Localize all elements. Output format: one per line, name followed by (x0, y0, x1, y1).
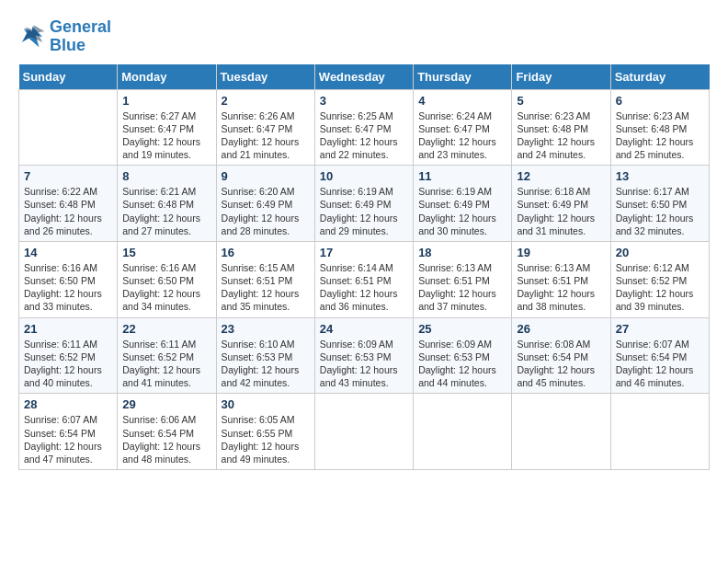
week-row-3: 14 Sunrise: 6:16 AM Sunset: 6:50 PM Dayl… (19, 241, 710, 317)
day-cell (512, 394, 610, 470)
day-number: 4 (418, 94, 506, 108)
day-info: Sunrise: 6:06 AM Sunset: 6:54 PM Dayligh… (122, 413, 210, 465)
day-cell: 8 Sunrise: 6:21 AM Sunset: 6:48 PM Dayli… (118, 166, 216, 242)
day-header-saturday: Saturday (610, 64, 709, 90)
day-number: 25 (418, 322, 506, 336)
day-number: 18 (418, 246, 506, 259)
day-info: Sunrise: 6:26 AM Sunset: 6:47 PM Dayligh… (222, 109, 310, 162)
day-number: 2 (222, 94, 310, 108)
day-cell: 23 Sunrise: 6:10 AM Sunset: 6:53 PM Dayl… (216, 317, 314, 394)
day-info: Sunrise: 6:11 AM Sunset: 6:52 PM Dayligh… (122, 338, 210, 390)
day-number: 24 (320, 322, 408, 336)
day-info: Sunrise: 6:13 AM Sunset: 6:51 PM Dayligh… (517, 261, 605, 314)
header-row: SundayMondayTuesdayWednesdayThursdayFrid… (19, 64, 710, 90)
day-info: Sunrise: 6:07 AM Sunset: 6:54 PM Dayligh… (616, 338, 704, 390)
day-cell: 30 Sunrise: 6:05 AM Sunset: 6:55 PM Dayl… (216, 394, 314, 470)
day-cell: 13 Sunrise: 6:17 AM Sunset: 6:50 PM Dayl… (610, 166, 709, 242)
day-number: 14 (24, 246, 112, 259)
day-number: 1 (122, 94, 210, 108)
day-cell: 16 Sunrise: 6:15 AM Sunset: 6:51 PM Dayl… (216, 241, 314, 317)
day-info: Sunrise: 6:20 AM Sunset: 6:49 PM Dayligh… (222, 185, 310, 237)
day-cell: 1 Sunrise: 6:27 AM Sunset: 6:47 PM Dayli… (118, 89, 216, 166)
day-info: Sunrise: 6:09 AM Sunset: 6:53 PM Dayligh… (418, 338, 506, 390)
day-cell: 21 Sunrise: 6:11 AM Sunset: 6:52 PM Dayl… (19, 317, 118, 394)
day-info: Sunrise: 6:10 AM Sunset: 6:53 PM Dayligh… (222, 338, 310, 390)
day-cell: 24 Sunrise: 6:09 AM Sunset: 6:53 PM Dayl… (314, 317, 413, 394)
day-number: 26 (517, 322, 605, 336)
day-number: 12 (517, 169, 605, 183)
day-header-tuesday: Tuesday (216, 64, 314, 90)
day-info: Sunrise: 6:22 AM Sunset: 6:48 PM Dayligh… (24, 185, 112, 237)
day-number: 13 (616, 169, 704, 183)
day-number: 21 (24, 322, 112, 336)
day-cell: 26 Sunrise: 6:08 AM Sunset: 6:54 PM Dayl… (512, 317, 610, 394)
day-number: 8 (122, 169, 210, 183)
day-info: Sunrise: 6:25 AM Sunset: 6:47 PM Dayligh… (320, 109, 408, 162)
day-cell (610, 394, 709, 470)
day-cell: 22 Sunrise: 6:11 AM Sunset: 6:52 PM Dayl… (118, 317, 216, 394)
day-info: Sunrise: 6:27 AM Sunset: 6:47 PM Dayligh… (122, 109, 210, 162)
day-cell (314, 394, 413, 470)
day-number: 27 (616, 322, 704, 336)
day-info: Sunrise: 6:16 AM Sunset: 6:50 PM Dayligh… (122, 261, 210, 314)
day-number: 30 (222, 397, 310, 411)
day-header-monday: Monday (118, 64, 216, 90)
day-cell: 20 Sunrise: 6:12 AM Sunset: 6:52 PM Dayl… (610, 241, 709, 317)
day-info: Sunrise: 6:16 AM Sunset: 6:50 PM Dayligh… (24, 261, 112, 314)
day-info: Sunrise: 6:11 AM Sunset: 6:52 PM Dayligh… (24, 338, 112, 390)
day-cell: 14 Sunrise: 6:16 AM Sunset: 6:50 PM Dayl… (19, 241, 118, 317)
day-info: Sunrise: 6:08 AM Sunset: 6:54 PM Dayligh… (517, 338, 605, 390)
day-number: 20 (616, 246, 704, 259)
day-info: Sunrise: 6:19 AM Sunset: 6:49 PM Dayligh… (320, 185, 408, 237)
day-cell: 29 Sunrise: 6:06 AM Sunset: 6:54 PM Dayl… (118, 394, 216, 470)
day-number: 29 (122, 397, 210, 411)
day-cell: 12 Sunrise: 6:18 AM Sunset: 6:49 PM Dayl… (512, 166, 610, 242)
day-info: Sunrise: 6:19 AM Sunset: 6:49 PM Dayligh… (418, 185, 506, 237)
day-cell: 27 Sunrise: 6:07 AM Sunset: 6:54 PM Dayl… (610, 317, 709, 394)
day-info: Sunrise: 6:13 AM Sunset: 6:51 PM Dayligh… (418, 261, 506, 314)
day-number: 22 (122, 322, 210, 336)
day-header-friday: Friday (512, 64, 610, 90)
logo-icon (18, 23, 46, 51)
day-cell: 2 Sunrise: 6:26 AM Sunset: 6:47 PM Dayli… (216, 89, 314, 166)
day-info: Sunrise: 6:18 AM Sunset: 6:49 PM Dayligh… (517, 185, 605, 237)
logo-text-line2: Blue (50, 37, 111, 55)
day-cell: 5 Sunrise: 6:23 AM Sunset: 6:48 PM Dayli… (512, 89, 610, 166)
day-cell: 15 Sunrise: 6:16 AM Sunset: 6:50 PM Dayl… (118, 241, 216, 317)
day-info: Sunrise: 6:14 AM Sunset: 6:51 PM Dayligh… (320, 261, 408, 314)
day-number: 6 (616, 94, 704, 108)
day-number: 23 (222, 322, 310, 336)
day-header-sunday: Sunday (19, 64, 118, 90)
day-number: 15 (122, 246, 210, 259)
day-header-thursday: Thursday (414, 64, 512, 90)
day-cell (19, 89, 118, 166)
week-row-5: 28 Sunrise: 6:07 AM Sunset: 6:54 PM Dayl… (19, 394, 710, 470)
day-number: 7 (24, 169, 112, 183)
week-row-2: 7 Sunrise: 6:22 AM Sunset: 6:48 PM Dayli… (19, 166, 710, 242)
day-number: 5 (517, 94, 605, 108)
day-number: 11 (418, 169, 506, 183)
day-info: Sunrise: 6:09 AM Sunset: 6:53 PM Dayligh… (320, 338, 408, 390)
day-number: 17 (320, 246, 408, 259)
page-header: General Blue (18, 18, 710, 55)
day-cell: 6 Sunrise: 6:23 AM Sunset: 6:48 PM Dayli… (610, 89, 709, 166)
day-header-wednesday: Wednesday (314, 64, 413, 90)
logo-text-line1: General (50, 18, 111, 37)
day-info: Sunrise: 6:23 AM Sunset: 6:48 PM Dayligh… (517, 109, 605, 162)
logo: General Blue (18, 18, 111, 55)
day-number: 3 (320, 94, 408, 108)
day-cell: 17 Sunrise: 6:14 AM Sunset: 6:51 PM Dayl… (314, 241, 413, 317)
day-info: Sunrise: 6:24 AM Sunset: 6:47 PM Dayligh… (418, 109, 506, 162)
day-cell: 25 Sunrise: 6:09 AM Sunset: 6:53 PM Dayl… (414, 317, 512, 394)
day-cell: 19 Sunrise: 6:13 AM Sunset: 6:51 PM Dayl… (512, 241, 610, 317)
day-cell: 4 Sunrise: 6:24 AM Sunset: 6:47 PM Dayli… (414, 89, 512, 166)
day-cell (414, 394, 512, 470)
day-cell: 7 Sunrise: 6:22 AM Sunset: 6:48 PM Dayli… (19, 166, 118, 242)
calendar-table: SundayMondayTuesdayWednesdayThursdayFrid… (18, 64, 710, 470)
day-number: 16 (222, 246, 310, 259)
day-info: Sunrise: 6:23 AM Sunset: 6:48 PM Dayligh… (616, 109, 704, 162)
day-number: 19 (517, 246, 605, 259)
day-cell: 10 Sunrise: 6:19 AM Sunset: 6:49 PM Dayl… (314, 166, 413, 242)
day-info: Sunrise: 6:12 AM Sunset: 6:52 PM Dayligh… (616, 261, 704, 314)
week-row-4: 21 Sunrise: 6:11 AM Sunset: 6:52 PM Dayl… (19, 317, 710, 394)
